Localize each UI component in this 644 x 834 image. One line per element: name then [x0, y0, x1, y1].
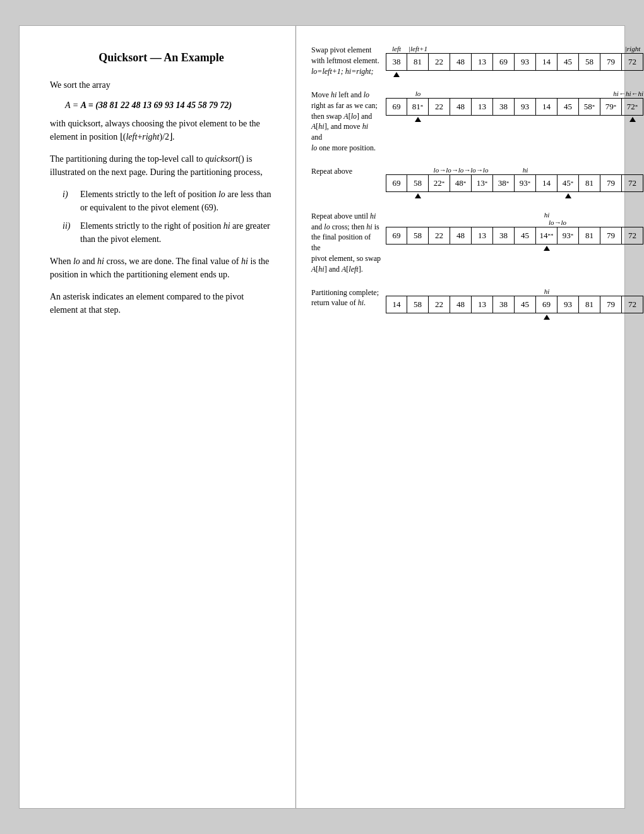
diagram-5: Partitioning complete;return value of hi… [311, 287, 609, 320]
diagram2-array: lo hi←hi←hi 69 81* 22 48 [386, 90, 643, 122]
list-item-1: i) Elements strictly to the left of posi… [63, 188, 273, 214]
diagram4-array: hi lo→lo 69 58 22 48 13 38 45 14** [386, 211, 643, 251]
diagram-1: Swap pivot elementwith leftmost element.… [311, 45, 609, 77]
diagram4-cells: 69 58 22 48 13 38 45 14** 93* 81 79 72 [386, 227, 643, 245]
arrow-up-2 [415, 117, 421, 122]
arrow-up-d5-8 [544, 315, 550, 320]
diagram2-label: Move hi left and loright as far as we ca… [311, 90, 381, 154]
arrow-up-d4-8 [544, 246, 550, 251]
desc1: with quicksort, always choosing the pivo… [50, 117, 273, 143]
list-item-2: ii) Elements strictly to the right of po… [63, 219, 273, 246]
diagram-4: Repeat above until hiand lo cross; then … [311, 211, 609, 275]
diagram3-array: lo→lo→lo→lo→lo hi 69 58 22* 48* 13* 38* … [386, 166, 643, 198]
page-title: Quicksort — An Example [50, 51, 273, 64]
diagram1-array: left |left+1 |right 38 [386, 45, 643, 77]
desc2: The partitioning during the top-level ca… [50, 152, 273, 179]
arrow-up-d3-9 [565, 193, 571, 198]
diagram5-array: hi 14 58 22 48 13 38 45 69 93 81 79 [386, 287, 643, 320]
desc4: An asterisk indicates an element compare… [50, 290, 273, 317]
list: i) Elements strictly to the left of posi… [63, 188, 273, 246]
arrow-up-d3-2 [415, 193, 421, 198]
arrow-up-12 [629, 117, 636, 122]
diagram1-cells: 38 81 22 48 13 69 93 14 45 58 79 72 [386, 53, 643, 71]
array-formula: A = A = (38 81 22 48 13 69 93 14 45 58 7… [65, 100, 273, 111]
diagram1-label: Swap pivot elementwith leftmost element.… [311, 45, 381, 76]
arrow-up-1 [393, 72, 400, 77]
diagram3-cells: 69 58 22* 48* 13* 38* 93* 14 45* 81 79 7… [386, 174, 643, 192]
diagram3-label: Repeat above [311, 166, 381, 177]
diagram-2: Move hi left and loright as far as we ca… [311, 90, 609, 154]
diagram5-label: Partitioning complete;return value of hi… [311, 287, 381, 309]
diagram4-label: Repeat above until hiand lo cross; then … [311, 211, 381, 275]
left-panel: Quicksort — An Example We sort the array… [20, 26, 296, 808]
right-panel: Swap pivot elementwith leftmost element.… [296, 26, 624, 808]
intro-text: We sort the array [50, 78, 273, 92]
diagram5-cells: 14 58 22 48 13 38 45 69 93 81 79 72 [386, 296, 643, 313]
diagram2-cells: 69 81* 22 48 13 38 93 14 45 58* 79* 72* [386, 98, 643, 116]
page: Quicksort — An Example We sort the array… [19, 25, 625, 809]
diagram-3: Repeat above lo→lo→lo→lo→lo hi 69 58 22*… [311, 166, 609, 198]
desc3: When lo and hi cross, we are done. The f… [50, 255, 273, 281]
